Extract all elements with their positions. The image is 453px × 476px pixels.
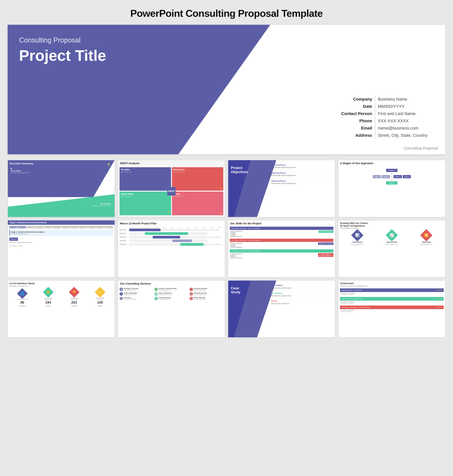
- services-title: Our Consulting Services: [118, 281, 225, 286]
- exec-summary-title: Executive Summary: [10, 162, 33, 165]
- contact-label: Contact Person: [338, 110, 375, 117]
- obj2-desc: Describe the objective/goal here.: [271, 174, 333, 176]
- growing-subtitle: 30 Years of Experience: [340, 225, 444, 227]
- stage1-section-title: Stage 1: Business Environment Analysis: [11, 231, 112, 233]
- company-value: Business Name: [375, 96, 430, 103]
- testimonials-desc: What our customers are saying about us.: [340, 285, 444, 287]
- case-problem-desc: Describe the problem here.: [271, 287, 333, 289]
- company-label: Company: [338, 96, 375, 103]
- macro-plan-title: Macro 12-Month Project Plan: [118, 220, 225, 226]
- hero-footer: Consulting Proposal: [404, 146, 438, 151]
- email-label: Email: [338, 124, 375, 132]
- contact-value: First and Last Name: [375, 110, 430, 117]
- case-result-label: Result: [271, 300, 333, 302]
- case-study-title: Case Study: [231, 286, 241, 294]
- address-value: Street, City, State, Country: [375, 132, 430, 139]
- email-value: name@business.com: [375, 124, 430, 132]
- exec-solution-desc: Describe the solution here.: [93, 205, 111, 207]
- proj-objectives-title: Project Objectives: [231, 166, 248, 174]
- date-label: Date: [338, 103, 375, 110]
- slide-numbers[interactable]: Let the Numbers Speak Paragraph of text …: [8, 280, 115, 338]
- slide-project-objectives[interactable]: Project Objectives Objective/Goal 1 Desc…: [228, 160, 335, 217]
- page-title: PowerPoint Consulting Proposal Template: [8, 8, 445, 19]
- obj1-desc: Describe the objective/goal here.: [271, 166, 333, 168]
- slide-macro-plan[interactable]: Macro 12-Month Project Plan Jan Feb Mar …: [118, 220, 225, 277]
- case-problem-label: The Problem: [271, 284, 333, 286]
- swot-weaknesses: Weaknesses: [173, 169, 222, 171]
- slide-swot[interactable]: SWOT Analysis Strengths Add strength her…: [118, 160, 225, 217]
- date-value: MM/DD/YYYY: [375, 103, 430, 110]
- stage1-objective-label: Objective: [9, 238, 18, 241]
- slide-growing[interactable]: Growing With Our Clients: 30 Years of Ex…: [338, 220, 445, 277]
- numbers-title: Let the Numbers Speak: [9, 282, 113, 285]
- skills-title: Our Skills for the Project: [228, 220, 335, 226]
- swot-center: SWOT: [167, 187, 176, 195]
- hero-main-title: Project Title: [19, 47, 106, 64]
- obj2-label: Objective/Goal 2: [271, 172, 333, 174]
- growing-desc: Add paragraph of text here.: [340, 227, 444, 229]
- slide-executive-summary[interactable]: Executive Summary ⊕ The Problem Describe…: [8, 160, 115, 217]
- swot-title: SWOT Analysis: [118, 160, 225, 166]
- six-stages-title: 6 Stages of Our Approach: [338, 160, 445, 166]
- case-study-content: The Problem Describe the problem here. O…: [271, 284, 333, 304]
- phone-value: XXX-XXX-XXXX: [375, 117, 430, 124]
- address-label: Address: [338, 132, 375, 139]
- swot-strengths: Strengths: [121, 169, 170, 171]
- case-result-desc: Describe the result here.: [271, 303, 333, 304]
- hero-content: Consulting Proposal Project Title: [19, 36, 106, 64]
- thumbnail-grid-row3: Let the Numbers Speak Paragraph of text …: [8, 280, 445, 338]
- obj3-label: Objective/Goal 3: [271, 180, 333, 182]
- obj3-desc: Describe the objective/goal here.: [271, 182, 333, 184]
- swot-opportunities: Opportunities: [121, 193, 170, 195]
- numbers-desc: Paragraph of text goes here.: [9, 285, 113, 287]
- phone-label: Phone: [338, 117, 375, 124]
- stage1-section-desc: Add text for Stage 1 here.: [11, 233, 112, 235]
- slide-skills[interactable]: Our Skills for the Project First Name, L…: [228, 220, 335, 277]
- swot-threats: Threats: [173, 193, 222, 195]
- thumbnail-grid: Executive Summary ⊕ The Problem Describe…: [8, 160, 445, 217]
- stage1-title: Stage 1: Business Environment Analysis: [10, 221, 113, 224]
- case-solution-label: Our Solution: [271, 292, 333, 294]
- slide-testimonials[interactable]: Testimonials What our customers are sayi…: [338, 280, 445, 338]
- hero-subtitle: Consulting Proposal: [19, 36, 106, 44]
- stage1-timing: Timing: 1 month: [12, 245, 23, 247]
- slide-case-study[interactable]: Case Study The Problem Describe the prob…: [228, 280, 335, 338]
- obj1-label: Objective/Goal 1: [271, 164, 333, 166]
- hero-info-table: Company Business Name Date MM/DD/YYYY Co…: [338, 96, 430, 139]
- slide-services[interactable]: Our Consulting Services 📋 Strategy & Pla…: [118, 280, 225, 338]
- testimonials-title: Testimonials: [340, 282, 444, 285]
- slide-stage1[interactable]: Stage 1: Business Environment Analysis S…: [8, 220, 115, 277]
- thumbnail-grid-row2: Stage 1: Business Environment Analysis S…: [8, 220, 445, 277]
- stage1-objective-desc: Add text for Stage Objective here.: [9, 241, 113, 243]
- proj-objectives-list: Objective/Goal 1 Describe the objective/…: [271, 164, 333, 187]
- exec-solution-label: The Solution: [93, 203, 111, 205]
- exec-problem-label: The Problem: [10, 170, 29, 172]
- hero-slide: Consulting Proposal Project Title Compan…: [8, 25, 445, 154]
- case-solution-desc: Describe the solution here.: [271, 295, 333, 297]
- growing-title: Growing With Our Clients:: [340, 222, 444, 225]
- exec-problem-desc: Describe the problem here.: [10, 172, 29, 173]
- slide-6-stages[interactable]: 6 Stages of Our Approach Stage 3 Stage 1…: [338, 160, 445, 217]
